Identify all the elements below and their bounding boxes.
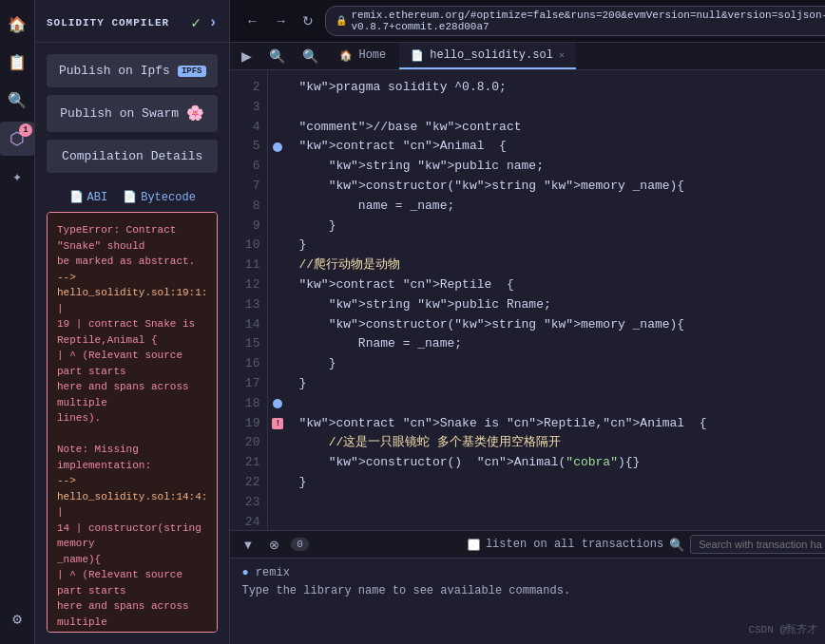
bytecode-item[interactable]: 📄 Bytecode	[123, 190, 196, 204]
abi-item[interactable]: 📄 ABI	[69, 190, 108, 204]
error-line-8: here and spans across multiple	[57, 381, 189, 408]
home-icon-btn[interactable]: 🏠	[0, 8, 34, 42]
terminal-bullet: ●	[241, 566, 255, 579]
listen-checkbox[interactable]	[468, 539, 480, 551]
line-numbers: 2345678910111213141516171819202122232425	[230, 70, 268, 530]
terminal-content: ● remix Type the library name to see ava…	[230, 559, 825, 644]
listen-area: listen on all transactions 🔍	[468, 535, 825, 554]
tab-hello-solidity[interactable]: 📄 hello_solidity.sol ✕	[399, 43, 576, 69]
magnify-minus-button[interactable]: 🔍	[295, 43, 326, 69]
error-box: TypeError: Contract "Snake" should be ma…	[47, 212, 218, 633]
compiler-badge: 1	[19, 123, 32, 137]
error-line-6: Reptile,Animal {	[57, 334, 158, 346]
deploy-icon-btn[interactable]: ✦	[0, 160, 34, 194]
tab-close-icon[interactable]: ✕	[559, 49, 565, 61]
abi-bytecode-row: 📄 ABI 📄 Bytecode	[35, 184, 229, 212]
url-text: remix.ethereum.org/#optimize=false&runs=…	[351, 9, 825, 32]
tab-home[interactable]: 🏠 Home	[328, 43, 397, 69]
back-button[interactable]: ←	[241, 11, 262, 30]
error-line-1: TypeError: Contract "Snake" should	[57, 224, 176, 252]
publish-ipfs-button[interactable]: Publish on Ipfs IPFS	[47, 54, 218, 87]
tab-hello-solidity-label: hello_solidity.sol	[430, 48, 553, 62]
sol-file-icon: 📄	[411, 49, 424, 62]
error-line-11: --> hello_solidity.sol:14:4:	[57, 475, 207, 502]
settings-bottom-icon-btn[interactable]: ⚙	[0, 602, 34, 636]
stop-icon[interactable]: ⊗	[265, 536, 283, 554]
error-line-12: |	[57, 506, 64, 518]
refresh-button[interactable]: ↻	[298, 11, 317, 30]
sidebar-header-icons: ✓ ›	[191, 13, 218, 32]
error-line-7: | ^ (Relevant source part starts	[57, 350, 182, 377]
error-line-15: | ^ (Relevant source part starts	[57, 569, 182, 597]
tab-home-label: Home	[358, 48, 386, 62]
error-line-10: Note: Missing implementation:	[57, 444, 151, 471]
publish-ipfs-label: Publish on Ipfs	[59, 64, 170, 78]
check-icon: ✓	[191, 13, 201, 32]
error-line-17: lines).	[57, 632, 101, 633]
home-tab-icon: 🏠	[339, 49, 353, 62]
icon-bar: 🏠 📋 🔍 ⬡ 1 ✦ ⚙	[0, 0, 35, 644]
abi-label: ABI	[87, 191, 108, 204]
terminal-line-1: ● remix	[241, 564, 825, 582]
bytecode-file-icon: 📄	[123, 190, 137, 204]
abi-file-icon: 📄	[69, 190, 84, 204]
error-line-16: here and spans across multiple	[57, 600, 189, 628]
error-line-13: 14 | constructor(string memory	[57, 522, 201, 550]
browser-bar: ← → ↻ 🔒 remix.ethereum.org/#optimize=fal…	[230, 0, 825, 43]
listen-label: listen on all transactions	[486, 538, 663, 551]
swarm-icon: 🌸	[186, 104, 204, 123]
error-line-2: be marked as abstract.	[57, 256, 195, 267]
publish-swarm-button[interactable]: Publish on Swarm 🌸	[47, 95, 218, 132]
bytecode-label: Bytecode	[141, 191, 196, 204]
code-content[interactable]: "kw">pragma solidity ^0.8.0;"comment">//…	[287, 70, 825, 530]
terminal-remix: remix	[256, 566, 290, 579]
sidebar-buttons: Publish on Ipfs IPFS Publish on Swarm 🌸 …	[35, 43, 229, 184]
sidebar: SOLIDITY COMPILER ✓ › Publish on Ipfs IP…	[35, 0, 230, 644]
error-line-4: |	[57, 303, 64, 314]
bottom-toolbar: ▼ ⊗ 0 listen on all transactions 🔍	[230, 531, 825, 559]
magnify-plus-button[interactable]: 🔍	[261, 43, 293, 69]
files-icon-btn[interactable]: 📋	[0, 46, 34, 80]
bottom-panel: ▼ ⊗ 0 listen on all transactions 🔍 ● rem…	[230, 530, 825, 644]
address-bar[interactable]: 🔒 remix.ethereum.org/#optimize=false&run…	[325, 6, 825, 36]
search-icon-btn-sidebar[interactable]: 🔍	[0, 84, 34, 118]
tx-count-badge: 0	[291, 538, 309, 551]
compiler-icon-btn[interactable]: ⬡ 1	[0, 122, 34, 156]
tx-search-icon[interactable]: 🔍	[669, 538, 684, 552]
arrow-down-icon[interactable]: ▼	[238, 536, 258, 554]
watermark: CSDN @甄齐才	[748, 622, 817, 636]
terminal-line-2: Type the library name to see available c…	[241, 582, 825, 600]
tabs-row: ▶ 🔍 🔍 🏠 Home 📄 hello_solidity.sol ✕	[230, 43, 825, 70]
play-button[interactable]: ▶	[234, 43, 259, 69]
publish-swarm-label: Publish on Swarm	[60, 106, 179, 121]
arrow-icon[interactable]: ›	[208, 14, 218, 31]
forward-button[interactable]: →	[270, 11, 291, 30]
lock-icon: 🔒	[336, 15, 347, 27]
tx-search-input[interactable]	[690, 535, 825, 554]
error-line-14: _name){	[57, 554, 101, 565]
error-line-3: --> hello_solidity.sol:19:1:	[57, 272, 207, 299]
error-line-5: 19 | contract Snake is	[57, 318, 195, 330]
error-line-9: lines).	[57, 412, 101, 424]
compilation-details-button[interactable]: Compilation Details	[47, 140, 218, 173]
main-area: ← → ↻ 🔒 remix.ethereum.org/#optimize=fal…	[230, 0, 825, 644]
compilation-details-label: Compilation Details	[62, 149, 202, 163]
sidebar-title: SOLIDITY COMPILER	[47, 17, 169, 28]
code-editor: 2345678910111213141516171819202122232425…	[230, 70, 825, 530]
gutter: !	[268, 70, 287, 530]
ipfs-badge: IPFS	[178, 66, 206, 77]
sidebar-header: SOLIDITY COMPILER ✓ ›	[35, 0, 229, 43]
terminal-help-text: Type the library name to see available c…	[241, 584, 570, 597]
